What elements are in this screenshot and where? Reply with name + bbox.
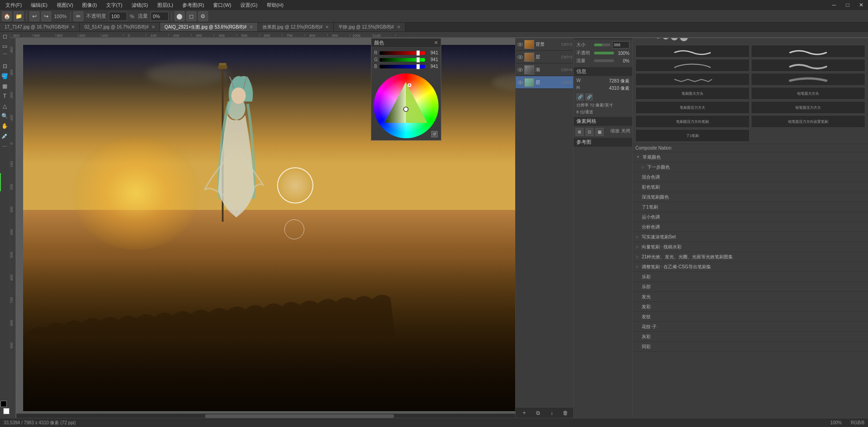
- menu-window[interactable]: 窗口(W): [211, 1, 233, 10]
- tool-fill[interactable]: 🪣: [0, 72, 10, 81]
- tab-4[interactable]: 平静.jpg @ 12.5%(RGB/8)# ✕: [334, 23, 405, 32]
- brush-subcat-4[interactable]: 了1笔刷: [633, 202, 868, 212]
- tab-close-3[interactable]: ✕: [325, 24, 329, 29]
- open-file-btn[interactable]: 📁: [14, 11, 24, 21]
- eraser-btn[interactable]: ◻: [186, 11, 196, 21]
- layer-2-visibility[interactable]: [517, 67, 523, 73]
- b-slider-thumb[interactable]: [416, 64, 420, 69]
- stroke-preview-4[interactable]: [751, 59, 865, 72]
- menu-layer[interactable]: 图层(L): [156, 1, 175, 10]
- menu-view[interactable]: 视图(V): [55, 1, 75, 10]
- brush-subcat-13[interactable]: 灰彩: [633, 332, 868, 342]
- brush-subcat-7[interactable]: 乐彩: [633, 272, 868, 282]
- layer-entry-1[interactable]: 层 Ctrl+3: [516, 51, 574, 63]
- menu-filter[interactable]: 滤镜(S): [130, 1, 150, 10]
- brush-cat-1[interactable]: ▷ 写实速涂笔刷Set: [633, 232, 868, 242]
- tab-0[interactable]: 17_7147.jpg @ 16.7%(RGB/8)# ✕: [0, 23, 80, 32]
- tool-eraser[interactable]: ◻: [0, 32, 10, 41]
- g-slider-track[interactable]: [380, 58, 425, 62]
- size-track[interactable]: [594, 44, 610, 46]
- tool-hand[interactable]: ✋: [0, 121, 10, 131]
- link-btn-1[interactable]: 🔗: [576, 93, 584, 101]
- close-panel-btn[interactable]: 关闭: [621, 128, 630, 136]
- foreground-color[interactable]: [0, 401, 7, 407]
- tab-close-0[interactable]: ✕: [71, 24, 75, 29]
- link-btn-2[interactable]: 🔗: [585, 93, 593, 101]
- brush-subcat-10[interactable]: 发彩: [633, 302, 868, 312]
- opacity-track[interactable]: [594, 52, 614, 54]
- b-slider-track[interactable]: [380, 65, 425, 68]
- layer-delete-btn[interactable]: 🗑: [561, 409, 570, 417]
- close-button[interactable]: ✕: [854, 0, 868, 10]
- minimize-button[interactable]: ─: [827, 0, 841, 10]
- brush-subcat-2[interactable]: 彩色笔刷: [633, 182, 868, 192]
- size-input[interactable]: [612, 41, 629, 49]
- h-scroll-thumb[interactable]: [205, 414, 394, 418]
- brush-subcat-6[interactable]: 分析色调: [633, 222, 868, 232]
- r-slider-track[interactable]: [380, 51, 425, 55]
- tab-close-4[interactable]: ✕: [397, 24, 400, 29]
- brush-size-btn[interactable]: ⬤: [175, 11, 185, 21]
- tool-select-free[interactable]: ⌒: [0, 52, 10, 61]
- color-reset-btn[interactable]: ↺: [431, 131, 438, 137]
- grid-btn-3[interactable]: ▦: [595, 128, 604, 136]
- background-color[interactable]: [3, 408, 10, 414]
- layer-new-btn[interactable]: +: [520, 409, 528, 417]
- layer-merge-btn[interactable]: ↓: [548, 409, 556, 417]
- color-panel-close[interactable]: ✕: [434, 40, 438, 46]
- tool-more[interactable]: ···: [0, 141, 10, 150]
- settings-btn[interactable]: ⚙: [198, 11, 208, 21]
- brush-subcat-8[interactable]: 乐部: [633, 282, 868, 292]
- brush-subcat-14[interactable]: 同彩: [633, 342, 868, 352]
- stroke-preview-2[interactable]: [751, 45, 865, 58]
- brush-cat-0[interactable]: ▼ 常规颜色: [633, 152, 868, 162]
- grid-btn-1[interactable]: ⊞: [575, 128, 584, 136]
- stroke-preview-6[interactable]: [751, 73, 865, 86]
- brush-subcat-1[interactable]: 混合色调: [633, 172, 868, 182]
- grid-btn-2[interactable]: ⊡: [585, 128, 594, 136]
- layer-3-visibility[interactable]: [517, 80, 523, 85]
- stroke-label-2[interactable]: 铅笔面大方头: [751, 87, 865, 100]
- stroke-label-4[interactable]: 铅笔面压力方大: [751, 101, 865, 114]
- tool-text[interactable]: T: [0, 92, 10, 101]
- tab-3[interactable]: 效果图.jpg @ 12.5%(RGB/8)# ✕: [258, 23, 334, 32]
- doc-info-header[interactable]: 信息: [574, 67, 632, 76]
- brush-subcat-5[interactable]: 运小色调: [633, 212, 868, 222]
- stroke-label-5[interactable]: 笔刷面压力方向笔刷: [635, 115, 750, 128]
- layer-entry-2[interactable]: 渐 Ctrl+4: [516, 63, 574, 76]
- layer-entry-3[interactable]: 层 Ctrl+5: [516, 76, 574, 89]
- tool-crop[interactable]: ⊡: [0, 62, 10, 71]
- menu-text[interactable]: 文字(T): [104, 1, 124, 10]
- tab-close-2[interactable]: ✕: [249, 24, 253, 29]
- maximize-button[interactable]: □: [841, 0, 854, 10]
- stroke-label-7[interactable]: 了1笔刷: [635, 129, 750, 142]
- opacity-input[interactable]: [109, 12, 127, 21]
- brush-subcat-0[interactable]: ▷ 下一步颜色: [633, 162, 868, 172]
- side-panel-handle[interactable]: [0, 173, 1, 191]
- layer-props-header[interactable]: 像素网格: [574, 117, 632, 126]
- tool-select-rect[interactable]: ▭: [0, 42, 10, 51]
- stroke-preview-1[interactable]: [635, 45, 750, 58]
- stroke-label-1[interactable]: 笔刷面大方头: [635, 87, 750, 100]
- flow-input[interactable]: [151, 12, 169, 21]
- tool-shape[interactable]: △: [0, 102, 10, 111]
- tool-gradient[interactable]: ▦: [0, 82, 10, 91]
- brush-subcat-3[interactable]: 深浅笔刷颜色: [633, 192, 868, 202]
- tab-1[interactable]: 02_5147.jpg @ 16.7%(RGB/8)# ✕: [80, 23, 160, 32]
- brush-subcat-9[interactable]: 发光: [633, 292, 868, 302]
- tab-2-active[interactable]: QAIQ_2921+生图.jpg @ 53.6%(RGB/8)# ✕: [160, 23, 258, 32]
- brush-cat-2[interactable]: ▷ 向量笔刷 · 线稿水彩: [633, 242, 868, 252]
- tool-eyedrop[interactable]: 💉: [0, 131, 10, 141]
- tool-zoom[interactable]: 🔍: [0, 112, 10, 121]
- menu-file[interactable]: 文件(F): [4, 1, 24, 10]
- g-slider-thumb[interactable]: [416, 57, 420, 63]
- stroke-preview-5[interactable]: [635, 73, 750, 86]
- color-wheel-container[interactable]: ↺: [374, 73, 439, 138]
- menu-edit[interactable]: 编辑(E): [29, 1, 49, 10]
- new-file-btn[interactable]: 🏠: [2, 11, 12, 21]
- r-slider-thumb[interactable]: [416, 50, 420, 56]
- color-panel-header[interactable]: 颜色 ✕: [371, 39, 441, 48]
- undo-btn[interactable]: ↩: [29, 11, 39, 21]
- brush-subcat-11[interactable]: 发纹: [633, 312, 868, 322]
- layer-1-visibility[interactable]: [517, 54, 523, 60]
